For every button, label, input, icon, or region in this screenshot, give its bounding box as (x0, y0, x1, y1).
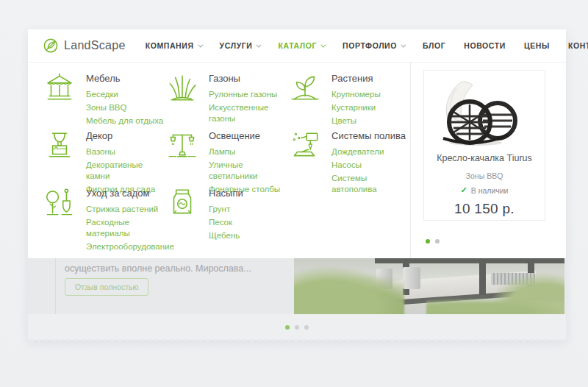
decor-icon (43, 128, 76, 162)
slider-dot[interactable] (285, 325, 290, 330)
category-link[interactable]: Крупномеры (331, 89, 381, 100)
product-category[interactable]: Зоны BBQ (424, 171, 545, 180)
category-link[interactable]: Электрооборудование (86, 241, 174, 252)
category-link[interactable]: Мебель для отдыха (86, 116, 163, 127)
category-link[interactable]: Уличные светильники (209, 160, 288, 182)
category-link[interactable]: Цветы (331, 116, 381, 127)
nav-item-blog[interactable]: БЛОГ (423, 41, 445, 50)
category-link[interactable]: Стрижка растений (86, 204, 174, 215)
category-link[interactable]: Грунт (209, 204, 243, 215)
page-sheet: LandScape КОМПАНИЯ УСЛУГИ КАТАЛОГ ПОРТФО… (28, 29, 566, 340)
nav-item-company[interactable]: КОМПАНИЯ (146, 41, 201, 50)
category-link[interactable]: Лампы (209, 146, 288, 157)
category-link[interactable]: Дождеватели (331, 146, 411, 157)
slider-dot[interactable] (426, 239, 430, 244)
category-plants: Растения Крупномеры Кустарники Цветы (288, 71, 411, 128)
irrigation-icon (288, 128, 322, 162)
category-title[interactable]: Освещение (209, 130, 288, 141)
category-link[interactable]: Декоративные камни (86, 160, 165, 182)
product-slider-dots (426, 239, 440, 244)
category-link[interactable]: Вазоны (86, 146, 165, 157)
check-icon: ✓ (461, 185, 467, 195)
category-link[interactable]: Щебень (209, 230, 243, 241)
category-decor: Декор Вазоны Декоративные камни Фигурки … (43, 128, 165, 185)
catalog-categories: Мебель Беседки Зоны BBQ Мебель для отдых… (28, 63, 410, 258)
product-availability: ✓ В наличии (424, 185, 545, 195)
category-link[interactable]: Кустарники (331, 102, 381, 113)
nav-item-contacts[interactable]: КОНТАКТЫ (568, 41, 588, 50)
nav-item-prices[interactable]: ЦЕНЫ (524, 41, 550, 50)
category-title[interactable]: Декор (86, 130, 165, 141)
lawn-icon (165, 71, 199, 104)
chevron-down-icon (257, 42, 262, 47)
category-link[interactable]: Зоны BBQ (86, 102, 163, 113)
garden-terrace-photo (294, 258, 564, 314)
category-fillings: Насыпи Грунт Песок Щебень (165, 185, 288, 243)
category-link[interactable]: Рулонные газоны (209, 89, 288, 100)
plant-icon (288, 71, 322, 104)
category-title[interactable]: Мебель (86, 73, 163, 84)
slider-dot[interactable] (435, 239, 440, 244)
planter-pot (403, 267, 420, 289)
category-link[interactable]: Насосы (331, 160, 411, 171)
grass-clump (294, 266, 404, 314)
review-slider-dots (285, 325, 309, 330)
chevron-down-icon (320, 42, 326, 47)
category-garden-care: Уход за садом Стрижка растений Расходные… (43, 185, 165, 243)
category-furniture: Мебель Беседки Зоны BBQ Мебель для отдых… (43, 71, 165, 128)
product-card[interactable]: Кресло-качалка Tiurus Зоны BBQ ✓ В налич… (423, 70, 545, 221)
category-title[interactable]: Газоны (209, 73, 288, 84)
nav-item-portfolio[interactable]: ПОРТФОЛИО (343, 41, 404, 50)
category-link[interactable]: Песок (209, 217, 243, 228)
category-link[interactable]: Беседки (86, 89, 163, 100)
product-price: 10 150 р. (424, 201, 545, 217)
catalog-mega-menu: Мебель Беседки Зоны BBQ Мебель для отдых… (28, 63, 566, 258)
product-title[interactable]: Кресло-качалка Tiurus (424, 153, 545, 163)
nav-item-catalog[interactable]: КАТАЛОГ (278, 41, 324, 50)
chevron-down-icon (401, 42, 406, 47)
page-torn-edge (28, 339, 566, 344)
chevron-down-icon (198, 42, 203, 47)
rocking-chair-photo (424, 78, 545, 149)
category-irrigation: Системы полива Дождеватели Насосы Систем… (288, 128, 411, 185)
category-title[interactable]: Насыпи (209, 188, 243, 199)
review-text: осуществить вполне реально. Мирослава... (65, 263, 251, 274)
full-review-button[interactable]: Отзыв полностью (65, 278, 148, 296)
header: LandScape КОМПАНИЯ УСЛУГИ КАТАЛОГ ПОРТФО… (28, 29, 566, 63)
review-quote-border (55, 258, 56, 314)
category-link[interactable]: Системы автополива (331, 173, 411, 195)
category-link[interactable]: Расходные материалы (86, 217, 174, 239)
brand-name: LandScape (64, 39, 126, 52)
garden-care-icon (43, 185, 76, 219)
category-title[interactable]: Растения (331, 73, 381, 84)
category-title[interactable]: Уход за садом (86, 188, 174, 199)
gazebo-icon (43, 71, 76, 104)
leaf-logo-icon (43, 38, 59, 54)
page-content-dimmed: осуществить вполне реально. Мирослава...… (28, 258, 566, 340)
soil-bag-icon (165, 185, 199, 219)
logo[interactable]: LandScape (43, 38, 126, 54)
lighting-icon (165, 128, 199, 162)
grass-clump (426, 298, 564, 314)
category-lighting: Освещение Лампы Уличные светильники Фона… (165, 128, 288, 185)
category-link[interactable]: Искусственные газоны (209, 102, 288, 124)
pergola-post (479, 258, 486, 295)
nav-item-news[interactable]: НОВОСТИ (464, 41, 506, 50)
slider-dot[interactable] (295, 325, 299, 330)
featured-product-panel: Кресло-качалка Tiurus Зоны BBQ ✓ В налич… (411, 63, 566, 258)
slider-dot[interactable] (304, 325, 309, 330)
main-nav: КОМПАНИЯ УСЛУГИ КАТАЛОГ ПОРТФОЛИО БЛОГ Н… (146, 41, 588, 50)
nav-item-services[interactable]: УСЛУГИ (220, 41, 260, 50)
screen: LandScape КОМПАНИЯ УСЛУГИ КАТАЛОГ ПОРТФО… (0, 0, 588, 387)
review-slider (28, 314, 566, 340)
category-title[interactable]: Системы полива (331, 130, 411, 141)
category-lawns: Газоны Рулонные газоны Искусственные газ… (165, 71, 288, 128)
